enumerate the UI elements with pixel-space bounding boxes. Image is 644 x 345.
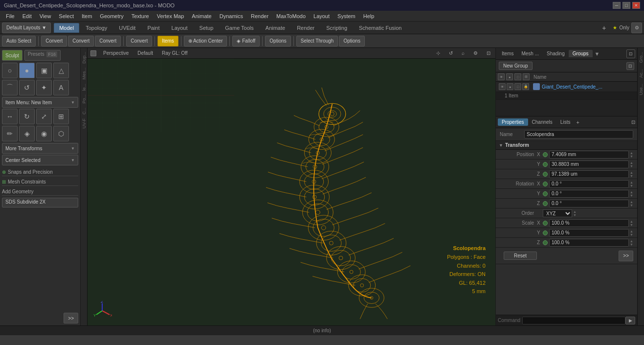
rot-x-value[interactable]: 0.0 ° [549, 180, 629, 188]
right-panel-expand[interactable]: ⊡ [626, 49, 635, 58]
item-eye[interactable]: 👁 [499, 83, 506, 90]
tab-setup[interactable]: Setup [194, 23, 219, 33]
tab-uvedit[interactable]: UVEdit [113, 23, 141, 33]
tool-circle[interactable]: ○ [2, 63, 18, 78]
tab-gametools[interactable]: Game Tools [220, 23, 259, 33]
pos-x-arrows[interactable]: ▲ ▼ [630, 151, 633, 158]
props-tab-lists[interactable]: Lists [556, 118, 575, 126]
rot-y-value[interactable]: 0.0 ° [549, 190, 629, 198]
scale-x-value[interactable]: 100.0 % [549, 219, 629, 227]
strip-ac[interactable]: Ac... [639, 66, 644, 81]
rot-y-arrows[interactable]: ▲ ▼ [630, 190, 633, 197]
tab-model[interactable]: Model [54, 23, 79, 33]
props-expand-button[interactable]: ⊡ [631, 119, 635, 125]
right-tab-shading[interactable]: Shading [543, 50, 569, 57]
menu-edit[interactable]: Edit [19, 12, 36, 20]
menu-select[interactable]: Select [55, 12, 78, 20]
presets-button[interactable]: Presets F16 [24, 50, 61, 61]
scale-z-arrows[interactable]: ▲ ▼ [630, 239, 633, 246]
tool-curve[interactable]: ⌒ [2, 80, 18, 95]
viewport-canvas[interactable]: Scolopendra Polygons : Face Channels: 0 … [88, 59, 495, 325]
menu-maxtomodo[interactable]: MaxToModo [272, 12, 310, 20]
vp-fit-icon[interactable]: ⊹ [434, 50, 442, 56]
tab-scripting[interactable]: Scripting [321, 23, 353, 33]
reset-button[interactable]: Reset [504, 252, 537, 260]
right-tab-items[interactable]: Items [498, 50, 517, 57]
scale-x-arrows[interactable]: ▲ ▼ [630, 220, 633, 227]
action-center-button[interactable]: ⊕ Action Center [184, 36, 227, 46]
item-box[interactable]: □ [514, 83, 521, 90]
snaps-label[interactable]: Snaps and Precision [8, 169, 53, 175]
ray-gl-btn[interactable]: Ray GL: Off [160, 50, 190, 56]
menu-help[interactable]: Help [359, 12, 378, 20]
tab-animate[interactable]: Animate [260, 23, 290, 33]
item-menu-dropdown[interactable]: Item Menu: New Item [2, 97, 78, 108]
pos-y-value[interactable]: 30.8803 mm [549, 161, 629, 168]
default-layouts-btn[interactable]: Default Layouts ▼ [2, 23, 51, 33]
tool-paint[interactable]: ◈ [19, 126, 35, 141]
tool-falloff[interactable]: ⬡ [53, 126, 69, 141]
items-button[interactable]: Items [157, 36, 178, 46]
right-tab-more[interactable]: ▼ [593, 51, 602, 57]
scale-z-value[interactable]: 100.0 % [549, 239, 629, 247]
menu-layout[interactable]: Layout [310, 12, 333, 20]
new-group-button[interactable]: New Group [499, 62, 533, 70]
vp-settings-icon[interactable]: ⚙ [471, 50, 480, 56]
tab-paint[interactable]: Paint [142, 23, 165, 33]
props-tab-channels[interactable]: Channels [528, 118, 556, 126]
tool-text[interactable]: A [53, 80, 69, 95]
add-geometry-label[interactable]: Add Geometry [2, 188, 78, 196]
vis-toggle-3[interactable]: □ [514, 73, 521, 80]
scale-y-arrows[interactable]: ▲ ▼ [630, 230, 633, 236]
tab-render[interactable]: Render [291, 23, 320, 33]
menu-file[interactable]: File [2, 12, 19, 20]
menu-view[interactable]: View [36, 12, 55, 20]
convert-button-4[interactable]: Convert [126, 36, 152, 46]
tool-edit[interactable]: ✏ [2, 126, 18, 141]
menu-geometry[interactable]: Geometry [96, 12, 127, 20]
menu-vertexmap[interactable]: Vertex Map [153, 12, 188, 20]
name-input[interactable] [524, 130, 633, 138]
strip-gro[interactable]: Gro... [639, 49, 644, 66]
vp-zoom-icon[interactable]: ⌕ [460, 50, 466, 56]
tool-deform[interactable]: ↺ [19, 80, 35, 95]
command-input[interactable] [522, 317, 625, 324]
falloff-button[interactable]: ◈ Falloff [232, 36, 260, 46]
collapse-btn[interactable]: >> [64, 313, 78, 323]
vp-orbit-icon[interactable]: ↺ [447, 50, 455, 56]
expand-button[interactable]: ⊡ [626, 62, 634, 70]
tool-scale[interactable]: ⤢ [36, 109, 52, 124]
tool-cone[interactable]: △ [53, 63, 69, 78]
right-tab-mesh[interactable]: Mesh ... [517, 50, 543, 57]
center-selected-dropdown[interactable]: Center Selected [2, 155, 78, 165]
strip-use[interactable]: Use... [639, 81, 644, 98]
props-tab-properties[interactable]: Properties [498, 118, 528, 126]
order-select[interactable]: XYZ XZY YXZ [543, 209, 572, 217]
pos-y-arrows[interactable]: ▲ ▼ [630, 161, 633, 168]
rot-z-arrows[interactable]: ▲ ▼ [630, 200, 633, 207]
tool-vertex[interactable]: ◉ [36, 126, 52, 141]
pos-x-value[interactable]: 7.4069 mm [549, 151, 629, 159]
close-button[interactable]: ✕ [632, 2, 640, 9]
vis-toggle-2[interactable]: ● [506, 73, 513, 80]
more-transforms-dropdown[interactable]: More Transforms [2, 143, 78, 154]
tool-rotate[interactable]: ↻ [19, 109, 35, 124]
menu-texture[interactable]: Texture [128, 12, 153, 20]
vp-maximize-icon[interactable]: ⊡ [485, 50, 492, 56]
add-props-tab[interactable]: + [574, 119, 581, 125]
maximize-button[interactable]: □ [622, 2, 630, 9]
minimize-button[interactable]: ─ [613, 2, 621, 9]
group-item-centipede[interactable]: 👁 ● □ 🔒 Giant_Desert_Centipede_... [496, 82, 637, 92]
command-exec-button[interactable]: ▶ [625, 317, 635, 324]
tab-layout[interactable]: Layout [166, 23, 193, 33]
tool-brush[interactable]: ✦ [36, 80, 52, 95]
tool-cube[interactable]: ▣ [36, 63, 52, 78]
convert-button-2[interactable]: Convert [68, 36, 94, 46]
vis-toggle-4[interactable]: ⊞ [523, 73, 530, 80]
auto-select-button[interactable]: Auto Select [2, 36, 36, 46]
select-through-button[interactable]: Select Through [296, 36, 338, 46]
options-button-1[interactable]: Options [265, 36, 290, 46]
perspective-btn[interactable]: Perspective [101, 50, 131, 56]
props-advance-button[interactable]: >> [619, 251, 633, 261]
tool-sphere[interactable]: ● [19, 63, 35, 78]
